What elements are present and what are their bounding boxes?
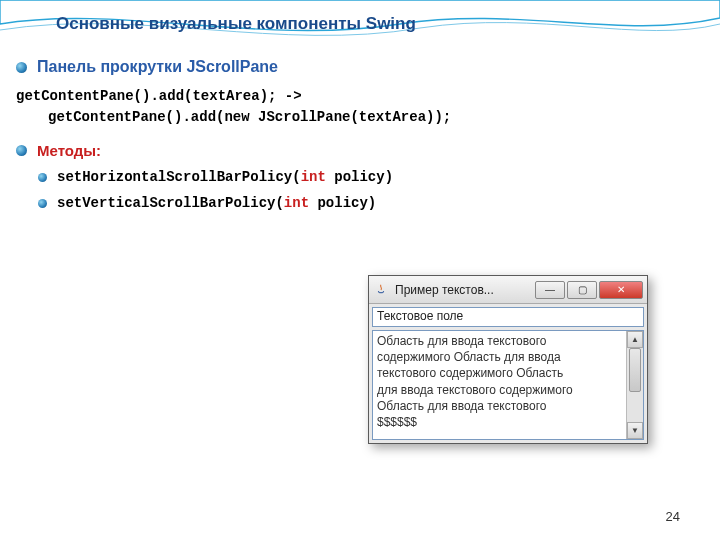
minimize-icon: — <box>545 284 555 295</box>
bullet-icon <box>38 173 47 182</box>
methods-heading-row: Методы: <box>16 142 704 159</box>
method-text: setVerticalScrollBarPolicy(int policy) <box>57 195 376 211</box>
chevron-down-icon: ▼ <box>631 426 639 435</box>
textarea-line: Область для ввода текстового <box>377 333 622 349</box>
window-titlebar[interactable]: Пример текстов... — ▢ ✕ <box>369 276 647 304</box>
slide-title: Основные визуальные компоненты Swing <box>56 14 416 34</box>
maximize-button[interactable]: ▢ <box>567 281 597 299</box>
bullet-icon <box>38 199 47 208</box>
textarea-line: текстового содержимого Область <box>377 365 622 381</box>
scroll-pane: Область для ввода текстового содержимого… <box>372 330 644 440</box>
method-item: setVerticalScrollBarPolicy(int policy) <box>38 195 704 211</box>
scroll-track[interactable] <box>627 348 643 422</box>
section-heading-row: Панель прокрутки JScrollPane <box>16 58 704 76</box>
methods-heading: Методы: <box>37 142 101 159</box>
vertical-scrollbar[interactable]: ▲ ▼ <box>626 331 643 439</box>
scroll-thumb[interactable] <box>629 348 641 392</box>
text-area[interactable]: Область для ввода текстового содержимого… <box>373 331 626 439</box>
section-heading: Панель прокрутки JScrollPane <box>37 58 278 76</box>
chevron-up-icon: ▲ <box>631 335 639 344</box>
window-title: Пример текстов... <box>395 283 535 297</box>
window-body: Текстовое поле Область для ввода текстов… <box>369 304 647 443</box>
textarea-line: Область для ввода текстового <box>377 398 622 414</box>
example-window: Пример текстов... — ▢ ✕ Текстовое поле О… <box>368 275 648 444</box>
code-line-1: getContentPane().add(textArea); -> <box>16 86 704 107</box>
bullet-icon <box>16 62 27 73</box>
slide-content: Панель прокрутки JScrollPane getContentP… <box>16 58 704 221</box>
close-button[interactable]: ✕ <box>599 281 643 299</box>
method-item: setHorizontalScrollBarPolicy(int policy) <box>38 169 704 185</box>
code-block: getContentPane().add(textArea); -> getCo… <box>16 86 704 128</box>
bullet-icon <box>16 145 27 156</box>
close-icon: ✕ <box>617 284 625 295</box>
window-buttons: — ▢ ✕ <box>535 281 643 299</box>
scroll-up-button[interactable]: ▲ <box>627 331 643 348</box>
minimize-button[interactable]: — <box>535 281 565 299</box>
text-field[interactable]: Текстовое поле <box>372 307 644 327</box>
page-number: 24 <box>666 509 680 524</box>
code-line-2: getContentPane().add(new JScrollPane(tex… <box>48 107 704 128</box>
scroll-down-button[interactable]: ▼ <box>627 422 643 439</box>
textarea-line: содержимого Область для ввода <box>377 349 622 365</box>
java-icon <box>373 282 389 298</box>
maximize-icon: ▢ <box>578 284 587 295</box>
textarea-line: $$$$$$ <box>377 414 622 430</box>
method-text: setHorizontalScrollBarPolicy(int policy) <box>57 169 393 185</box>
textarea-line: для ввода текстового содержимого <box>377 382 622 398</box>
